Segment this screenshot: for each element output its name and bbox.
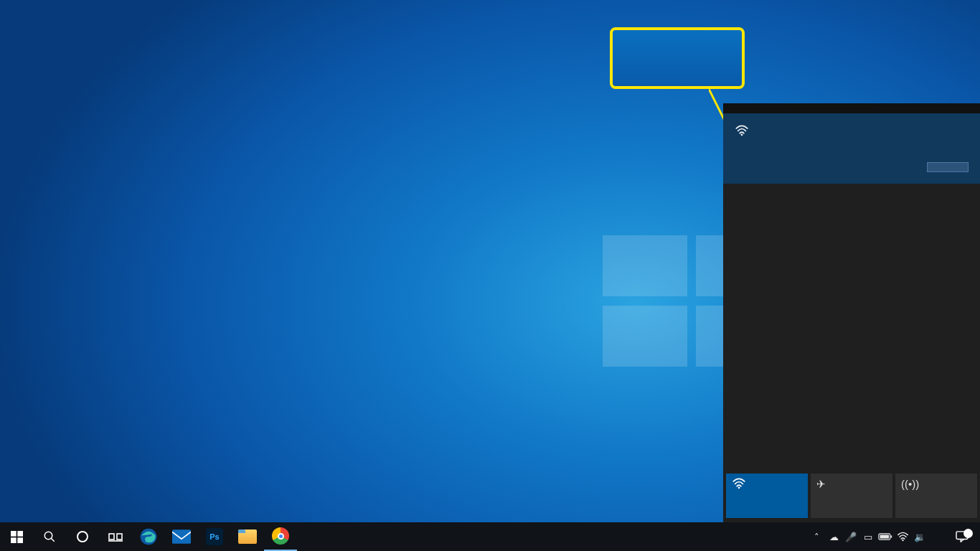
svg-rect-18 (880, 535, 890, 539)
quick-action-tiles: ✈ ((•)) (723, 474, 980, 522)
svg-rect-12 (117, 534, 122, 540)
start-button[interactable] (0, 522, 33, 551)
search-button[interactable] (33, 522, 66, 551)
active-network-panel[interactable] (723, 113, 980, 184)
svg-rect-15 (172, 529, 191, 544)
svg-point-10 (77, 532, 88, 542)
tray-volume-icon[interactable]: 🔉 (911, 522, 928, 551)
tray-onedrive-icon[interactable]: ☁ (825, 522, 842, 551)
airplane-icon: ✈ (816, 478, 887, 491)
svg-point-3 (738, 486, 740, 489)
taskbar-app-chrome[interactable] (264, 522, 297, 551)
svg-point-2 (741, 133, 743, 136)
svg-rect-11 (109, 534, 114, 540)
disconnect-button[interactable] (927, 162, 969, 172)
tile-airplane[interactable]: ✈ (811, 474, 892, 518)
task-view-button[interactable] (99, 522, 132, 551)
svg-rect-6 (11, 537, 17, 543)
wifi-icon (735, 125, 749, 138)
tray-battery-icon[interactable] (877, 522, 894, 551)
action-center-badge (963, 529, 973, 538)
network-flyout: ✈ ((•)) (723, 103, 980, 522)
taskbar-app-photoshop[interactable]: Ps (198, 522, 231, 551)
action-center-button[interactable] (948, 531, 976, 542)
tray-wifi-icon[interactable] (894, 522, 911, 551)
tile-wifi[interactable] (726, 474, 808, 518)
taskbar: Ps ˄ ☁ 🎤 ▭ 🔉 (0, 522, 980, 551)
svg-rect-4 (11, 531, 17, 537)
taskbar-app-explorer[interactable] (231, 522, 264, 551)
hotspot-icon: ((•)) (901, 478, 971, 490)
svg-rect-7 (17, 537, 23, 543)
svg-line-9 (51, 538, 55, 542)
taskbar-app-edge[interactable] (132, 522, 165, 551)
svg-point-8 (44, 532, 52, 540)
tile-hotspot[interactable]: ((•)) (895, 474, 977, 518)
flyout-titlebar (723, 103, 980, 113)
tray-overflow-button[interactable]: ˄ (808, 522, 825, 551)
svg-rect-17 (891, 535, 892, 537)
taskbar-app-mail[interactable] (165, 522, 198, 551)
svg-rect-5 (17, 531, 23, 537)
network-settings-link[interactable] (723, 459, 980, 474)
callout-properties (610, 27, 745, 89)
wifi-icon (732, 478, 802, 491)
tray-laptop-icon[interactable]: ▭ (859, 522, 877, 551)
cortana-button[interactable] (66, 522, 99, 551)
svg-point-19 (902, 540, 903, 541)
tray-mic-icon[interactable]: 🎤 (842, 522, 859, 551)
